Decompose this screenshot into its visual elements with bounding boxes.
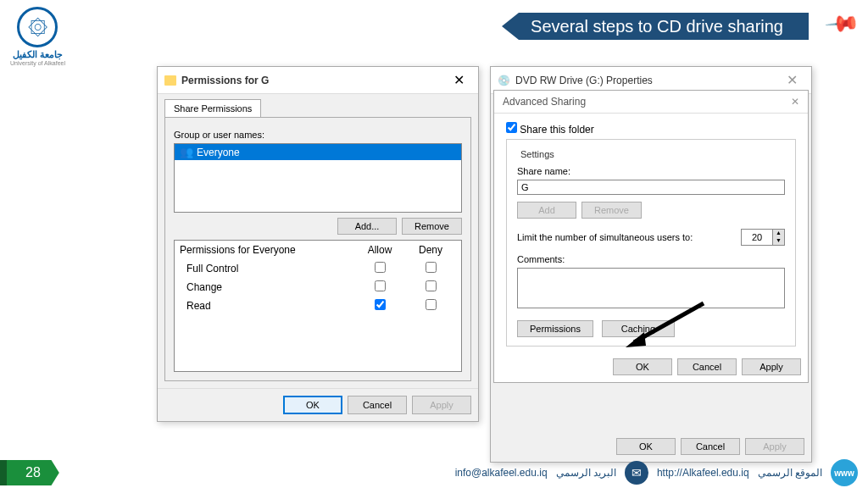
comments-input[interactable]	[517, 268, 785, 308]
permissions-dialog: Permissions for G ✕ Share Permissions Gr…	[157, 66, 479, 422]
remove-share-button[interactable]: Remove	[581, 202, 642, 219]
allow-checkbox[interactable]	[375, 262, 386, 273]
spinner-up-icon[interactable]: ▲	[772, 230, 784, 237]
logo-text-en: University of Alkafeel	[10, 60, 65, 66]
slide-title-banner: Several steps to CD drive sharing	[502, 13, 868, 40]
caching-button[interactable]: Caching	[602, 320, 675, 337]
ok-button[interactable]: OK	[616, 438, 676, 455]
close-icon[interactable]: ✕	[791, 96, 799, 108]
advanced-sharing-title: Advanced Sharing	[503, 96, 791, 108]
limit-users-spinner[interactable]: ▲ ▼	[741, 229, 785, 246]
perm-row-change: Change	[175, 278, 461, 297]
group-names-list[interactable]: 👥 Everyone	[174, 143, 462, 213]
add-share-button[interactable]: Add	[517, 202, 576, 219]
deny-checkbox[interactable]	[426, 262, 437, 273]
footer-site-label: الموقع الرسمي	[758, 467, 822, 479]
allow-checkbox[interactable]	[375, 299, 386, 310]
footer-email: info@alkafeel.edu.iq	[455, 467, 548, 479]
limit-users-label: Limit the number of simultaneous users t…	[517, 232, 734, 242]
logo-text-ar: جامعة الكفيل	[10, 49, 65, 60]
settings-label: Settings	[517, 149, 558, 159]
advanced-sharing-dialog: Advanced Sharing ✕ Share this folder Set…	[493, 90, 809, 383]
deny-checkbox[interactable]	[426, 280, 437, 291]
permissions-panel: Group or user names: 👥 Everyone Add... R…	[164, 117, 471, 381]
perm-name: Read	[186, 300, 354, 312]
logo-icon: ۞	[17, 7, 58, 47]
apply-button[interactable]: Apply	[742, 358, 801, 375]
permissions-button[interactable]: Permissions	[517, 320, 593, 337]
cancel-button[interactable]: Cancel	[681, 438, 740, 455]
share-folder-checkbox-label[interactable]: Share this folder	[506, 124, 594, 136]
permissions-table: Permissions for Everyone Allow Deny Full…	[174, 240, 462, 372]
www-icon: www	[831, 459, 858, 486]
settings-group: Settings Share name: Add Remove Limit th…	[506, 139, 796, 347]
perm-row-full-control: Full Control	[175, 259, 461, 278]
permissions-titlebar: Permissions for G ✕	[158, 67, 478, 94]
advanced-sharing-titlebar: Advanced Sharing ✕	[494, 91, 808, 114]
close-icon[interactable]: ✕	[447, 72, 471, 88]
share-folder-text: Share this folder	[520, 124, 593, 136]
footer-site: http://Alkafeel.edu.iq	[657, 467, 749, 479]
list-item-label: Everyone	[197, 147, 240, 158]
users-icon: 👥	[180, 146, 193, 158]
list-item[interactable]: 👥 Everyone	[175, 144, 461, 160]
share-name-input[interactable]	[517, 180, 785, 195]
perm-row-read: Read	[175, 297, 461, 315]
university-logo: ۞ جامعة الكفيل University of Alkafeel	[10, 7, 65, 66]
deny-header: Deny	[405, 244, 456, 256]
properties-title: DVD RW Drive (G:) Properties	[515, 75, 775, 86]
add-button[interactable]: Add...	[337, 218, 397, 235]
allow-header: Allow	[354, 244, 405, 256]
footer-email-label: البريد الرسمي	[556, 467, 616, 479]
allow-checkbox[interactable]	[375, 280, 386, 291]
share-folder-checkbox[interactable]	[506, 122, 517, 133]
share-name-label: Share name:	[517, 166, 785, 176]
cancel-button[interactable]: Cancel	[348, 396, 407, 414]
spinner-down-icon[interactable]: ▼	[772, 237, 784, 245]
group-names-label: Group or user names:	[174, 130, 462, 140]
apply-button[interactable]: Apply	[745, 438, 804, 455]
apply-button[interactable]: Apply	[412, 396, 471, 414]
drive-icon: 💿	[498, 75, 510, 86]
slide-number: 28	[7, 460, 59, 485]
folder-icon	[164, 75, 176, 86]
slide-title: Several steps to CD drive sharing	[519, 13, 809, 40]
deny-checkbox[interactable]	[426, 299, 437, 310]
perm-name: Full Control	[186, 263, 354, 274]
dialog-buttons: OK Cancel Apply	[158, 388, 478, 421]
perm-name: Change	[186, 281, 354, 293]
slide-footer: 28 info@alkafeel.edu.iq البريد الرسمي ✉ …	[0, 458, 868, 488]
close-icon[interactable]: ✕	[780, 72, 804, 88]
tab-share-permissions[interactable]: Share Permissions	[164, 99, 261, 117]
limit-users-input[interactable]	[742, 230, 772, 245]
cancel-button[interactable]: Cancel	[677, 358, 737, 375]
remove-button[interactable]: Remove	[402, 218, 462, 235]
comments-label: Comments:	[517, 254, 785, 264]
permissions-title: Permissions for G	[181, 75, 442, 86]
ok-button[interactable]: OK	[613, 358, 672, 375]
ok-button[interactable]: OK	[283, 396, 342, 414]
mail-icon: ✉	[625, 461, 648, 485]
perm-for-label: Permissions for Everyone	[180, 244, 354, 256]
